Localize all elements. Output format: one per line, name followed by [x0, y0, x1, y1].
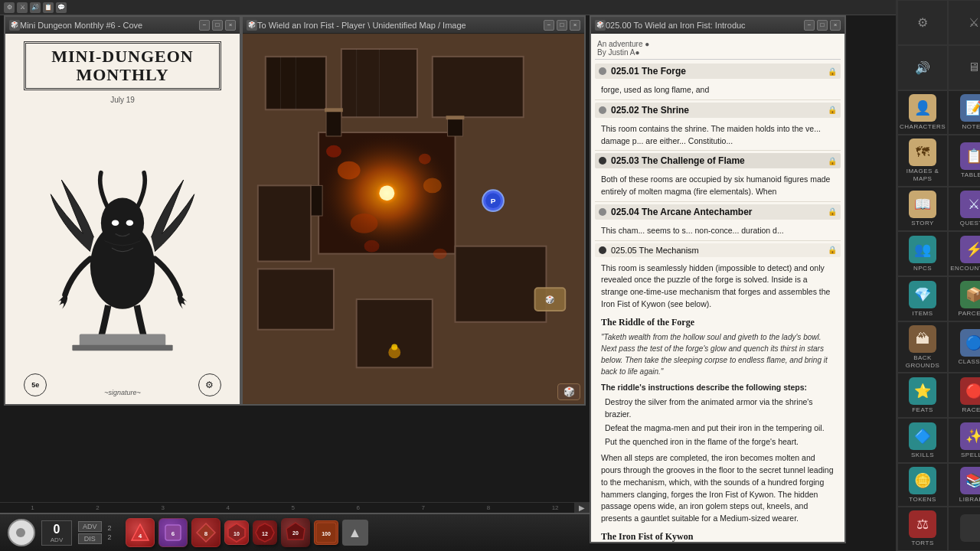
steps-intro: The riddle's instructions describe the f…	[601, 382, 835, 394]
sidebar-tokens-btn[interactable]: 🪙 Tokens	[897, 463, 948, 507]
d10-die[interactable]: 10	[224, 520, 249, 545]
svg-point-43	[391, 344, 397, 350]
sidebar-classes-btn[interactable]: 🔵 Classes	[948, 321, 980, 373]
dis-button[interactable]: DIS	[78, 533, 102, 544]
tokens-icon: 🪙	[909, 467, 936, 494]
d100-svg: 100	[315, 521, 338, 544]
spells-icon: ✨	[960, 422, 980, 450]
section-025-01[interactable]: 025.01 The Forge 🔒	[595, 64, 841, 79]
tools-btn[interactable]: ⚔	[948, 0, 980, 45]
sidebar-library-btn[interactable]: 📚 Library	[948, 463, 980, 507]
svg-text:8: 8	[204, 530, 207, 537]
screen-btn[interactable]: 🖥	[948, 45, 980, 90]
svg-rect-21	[258, 269, 334, 329]
svg-text:4: 4	[138, 533, 142, 540]
ruler-mark-7: 7	[422, 504, 425, 511]
initiative-token[interactable]	[8, 519, 35, 546]
toolbar-btn-2[interactable]: ⚔	[17, 2, 28, 13]
sidebar-feats-btn[interactable]: ⭐ Feats	[897, 373, 948, 418]
parcels-label: Parcels	[959, 310, 981, 318]
feats-icon: ⭐	[909, 377, 936, 405]
dungeon-map-area[interactable]: P 🎲 🎲	[243, 34, 584, 404]
sidebar-torts-btn[interactable]: ⚖ Torts	[897, 507, 948, 551]
sidebar-items-btn[interactable]: 💎 Items	[897, 276, 948, 321]
quests-label: Quests	[960, 220, 980, 227]
sidebar-spells-btn[interactable]: ✨ Spells	[948, 418, 980, 463]
ruler-mark-2: 2	[96, 504, 99, 511]
toolbar-btn-3[interactable]: 🔊	[30, 2, 41, 13]
svg-text:100: 100	[322, 531, 331, 536]
map-panel: 🎲 To Wield an Iron Fist - Player \ Unide…	[241, 15, 586, 406]
center-minimize-btn[interactable]: −	[544, 20, 554, 31]
toolbar-btn-1[interactable]: ⚙	[4, 2, 15, 13]
section-content-5: This room is seamlessly hidden (impossib…	[595, 259, 841, 543]
section-content-4: This cham... seems to s... non-conce... …	[595, 222, 841, 241]
settings-btn[interactable]: ⚙	[897, 0, 948, 45]
d8-die[interactable]: 8	[191, 518, 220, 547]
sound-btn[interactable]: 🔊	[897, 45, 948, 90]
sidebar-parcels-btn[interactable]: 📦 Parcels	[948, 276, 980, 321]
sidebar-encounters-btn[interactable]: ⚡ Encounters	[948, 231, 980, 276]
section-content-3: Both of these rooms are occupied by six …	[595, 171, 841, 202]
modifier-die[interactable]: ▲	[342, 520, 368, 546]
torts-icon: ⚖	[909, 510, 936, 538]
svg-text:20: 20	[292, 530, 299, 536]
right-minimize-btn[interactable]: −	[804, 20, 815, 31]
sidebar-images-btn[interactable]: 🗺 Images & Maps	[897, 135, 948, 186]
svg-point-39	[326, 145, 341, 158]
left-panel-title: Mini Dungeon Monthly #6 - Cove	[20, 21, 199, 30]
d4-die[interactable]: 4	[126, 518, 155, 547]
d4-svg: 4	[129, 522, 151, 543]
npcs-label: NPCs	[913, 265, 932, 272]
map-scroll-btn[interactable]: 🎲	[557, 383, 580, 400]
section-025-04[interactable]: 025.04 The Arcane Antechamber 🔒	[595, 204, 841, 220]
svg-rect-6	[72, 344, 172, 350]
sidebar-quests-btn[interactable]: ⚔ Quests	[948, 187, 980, 232]
ruler-scroll-arrow[interactable]: ▶	[574, 502, 590, 513]
images-icon: 🗺	[909, 139, 936, 166]
close-btn[interactable]: ×	[225, 20, 236, 31]
notes-label: Notes	[962, 123, 980, 131]
d100-die[interactable]: 100	[314, 520, 338, 545]
adv-button[interactable]: ADV	[78, 521, 102, 532]
center-close-btn[interactable]: ×	[570, 20, 580, 31]
book-title-area: Mini-Dungeon Monthly	[24, 41, 220, 90]
sidebar-characters-btn[interactable]: 👤 Characters	[897, 90, 948, 135]
left-panel-controls: − □ ×	[199, 20, 236, 31]
svg-rect-22	[456, 246, 547, 322]
sidebar-extra-btn[interactable]	[948, 507, 980, 551]
center-maximize-btn[interactable]: □	[557, 20, 567, 31]
d6-die[interactable]: 6	[158, 518, 188, 547]
encounters-label: Encounters	[950, 265, 980, 272]
maximize-btn[interactable]: □	[212, 20, 223, 31]
right-close-btn[interactable]: ×	[830, 20, 841, 31]
d20-die[interactable]: 20	[281, 518, 310, 547]
sidebar-skills-btn[interactable]: 🔷 Skills	[897, 418, 948, 463]
right-sidebar: ⚙ ⚔ 🔊 🖥 👤 Characters 📝 Notes 🗺 Images & …	[896, 0, 980, 551]
minimize-btn[interactable]: −	[199, 20, 210, 31]
sidebar-story-btn[interactable]: 📖 Story	[897, 187, 948, 232]
right-panel-titlebar: 🎲 025.00 To Wield an Iron Fist: Introduc…	[591, 17, 844, 34]
toolbar-btn-5[interactable]: 💬	[56, 2, 67, 13]
right-panel-icon: 🎲	[595, 20, 606, 31]
iron-fist-subheading: The Iron Fist of Kywon	[601, 530, 835, 542]
section-dot-3	[599, 157, 606, 165]
sidebar-notes-btn[interactable]: 📝 Notes	[948, 90, 980, 135]
quests-icon: ⚔	[960, 191, 980, 218]
sidebar-races-btn[interactable]: 🔴 Races	[948, 373, 980, 418]
section-025-02[interactable]: 025.02 The Shrine 🔒	[595, 103, 841, 118]
svg-point-40	[419, 154, 431, 165]
encounters-icon: ⚡	[960, 236, 980, 263]
right-maximize-btn[interactable]: □	[817, 20, 828, 31]
d12-die[interactable]: 12	[253, 520, 277, 545]
sidebar-tables-btn[interactable]: 📋 Tables	[948, 135, 980, 186]
right-panel-content[interactable]: An adventure ● By Justin A● 025.01 The F…	[591, 34, 844, 542]
svg-point-4	[126, 220, 133, 226]
toolbar-btn-4[interactable]: 📋	[43, 2, 54, 13]
section-025-05[interactable]: 025.05 The Mechanism 🔒	[595, 243, 841, 257]
sidebar-npcs-btn[interactable]: 👥 NPCs	[897, 231, 948, 276]
section-025-03[interactable]: 025.03 The Challenge of Flame 🔒	[595, 153, 841, 168]
tables-icon: 📋	[960, 142, 980, 170]
sidebar-backgrounds-btn[interactable]: 🏔 Back Grounds	[897, 321, 948, 373]
book-cover: Mini-Dungeon Monthly July 19	[5, 34, 240, 404]
